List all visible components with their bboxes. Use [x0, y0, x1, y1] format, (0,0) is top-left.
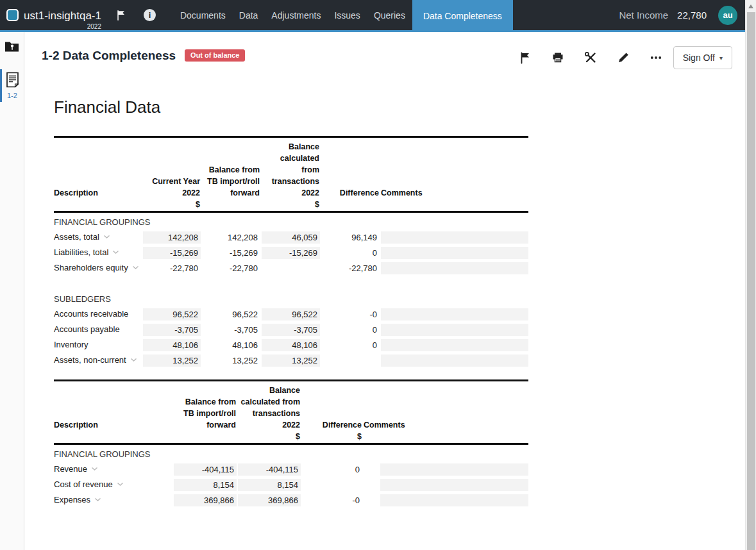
- sign-off-button[interactable]: Sign Off ▾: [673, 46, 732, 69]
- chevron-down-icon[interactable]: [103, 230, 110, 242]
- value-cell: -404,115: [174, 463, 237, 476]
- pinned-folder-icon[interactable]: [4, 41, 24, 55]
- net-income-label[interactable]: Net Income: [619, 10, 668, 21]
- value-cell: -404,115: [238, 463, 301, 476]
- comment-field[interactable]: [381, 339, 528, 351]
- scrollbar-up-arrow[interactable]: [748, 4, 753, 8]
- nav-item-adjustments[interactable]: Adjustments: [265, 0, 327, 30]
- comment-field[interactable]: [381, 324, 528, 336]
- value-cell: 8,154: [238, 479, 301, 491]
- value-cell: [321, 354, 380, 367]
- net-income-value[interactable]: 22,780: [677, 10, 707, 21]
- main-nav: DocumentsDataAdjustmentsIssuesQueriesDat…: [174, 0, 514, 30]
- print-icon[interactable]: [551, 51, 564, 64]
- comment-field[interactable]: [380, 494, 528, 506]
- sidebar-doc-label: 1-2: [6, 92, 24, 99]
- table-row: Revenue-404,115-404,1150: [54, 462, 528, 477]
- value-cell: 369,866: [174, 494, 237, 506]
- document-icon: [6, 72, 19, 88]
- document-sidebar: 1-2: [0, 32, 24, 550]
- page-title: 1-2 Data Completeness: [42, 49, 176, 63]
- more-options-icon[interactable]: [650, 51, 662, 64]
- income-statement-completeness-table: Description Balance fromTB import/rollfo…: [54, 379, 528, 508]
- user-avatar[interactable]: au: [718, 6, 737, 25]
- nav-item-queries[interactable]: Queries: [367, 0, 412, 30]
- value-cell: 48,106: [262, 339, 320, 351]
- value-cell: 142,208: [202, 231, 260, 244]
- value-cell: 0: [321, 339, 380, 351]
- section-label: SUBLEDGERS: [54, 290, 528, 306]
- balance-completeness-table: Description Current Year2022$Balance fro…: [54, 136, 528, 368]
- tools-icon[interactable]: [584, 51, 597, 64]
- table-row: Accounts payable-3,705-3,705-3,7050: [54, 322, 528, 337]
- value-cell: -22,780: [321, 262, 380, 274]
- table-row: Assets, non-current13,25213,25213,252: [54, 353, 528, 368]
- value-cell: 96,522: [202, 308, 260, 321]
- value-cell: 369,866: [238, 494, 301, 506]
- comment-field[interactable]: [381, 247, 528, 259]
- nav-item-data[interactable]: Data: [233, 0, 265, 30]
- comment-field[interactable]: [381, 231, 528, 244]
- flag-icon[interactable]: [115, 9, 127, 21]
- value-cell: -15,269: [202, 247, 260, 259]
- value-cell: -15,269: [262, 247, 320, 259]
- section-row: FINANCIAL GROUPINGS: [54, 444, 528, 462]
- edit-pencil-icon[interactable]: [617, 51, 630, 64]
- column-header-description: Description: [54, 137, 143, 212]
- chevron-down-icon[interactable]: [117, 478, 124, 490]
- chevron-down-icon[interactable]: [132, 261, 139, 273]
- value-cell: -3,705: [262, 324, 320, 336]
- document-heading: Financial Data: [54, 97, 745, 117]
- table-row: Assets, total142,208142,20846,05996,149: [54, 229, 528, 245]
- value-cell: 13,252: [262, 354, 320, 367]
- value-cell: 0: [302, 463, 362, 476]
- chevron-down-icon[interactable]: [94, 493, 101, 505]
- page-header: 1-2 Data Completeness Out of balance Sig…: [25, 32, 745, 69]
- app-brand[interactable]: ust1-insightqa-1 2022: [0, 0, 101, 30]
- value-cell: 48,106: [143, 339, 201, 351]
- comment-field[interactable]: [380, 463, 528, 476]
- value-cell: -22,780: [202, 262, 260, 274]
- chevron-down-icon[interactable]: [130, 353, 137, 365]
- value-cell: 96,522: [143, 308, 201, 321]
- table-row: Inventory48,10648,10648,1060: [54, 337, 528, 353]
- column-header-balance-calculated-from-transactions: Balancecalculated fromtransactions2022$: [238, 381, 302, 444]
- nav-item-documents[interactable]: Documents: [174, 0, 232, 30]
- value-cell: 46,059: [262, 231, 320, 244]
- nav-item-issues[interactable]: Issues: [328, 0, 366, 30]
- engagement-name[interactable]: ust1-insightqa-1: [24, 10, 101, 22]
- row-label: Accounts receivable: [54, 306, 143, 322]
- comment-field[interactable]: [381, 308, 528, 321]
- header-toolbar: Sign Off ▾: [519, 46, 732, 69]
- row-label: Assets, total: [54, 229, 143, 245]
- column-header-balance-calculated-from-transactions: Balancecalculatedfromtransactions2022$: [262, 137, 321, 212]
- nav-item-data-completeness[interactable]: Data Completeness: [412, 0, 513, 32]
- row-label: Liabilities, total: [54, 245, 143, 260]
- column-header-description: Description: [54, 381, 174, 444]
- comment-field[interactable]: [380, 479, 528, 491]
- sidebar-item-document-1-2[interactable]: 1-2: [0, 69, 24, 102]
- app-logo[interactable]: [6, 9, 19, 21]
- value-cell: 0: [321, 324, 380, 336]
- section-row: SUBLEDGERS: [54, 290, 528, 306]
- value-cell: 142,208: [143, 231, 201, 244]
- table-row: Liabilities, total-15,269-15,269-15,2690: [54, 245, 528, 260]
- section-label: FINANCIAL GROUPINGS: [54, 444, 528, 462]
- value-cell: 8,154: [174, 479, 237, 491]
- info-icon[interactable]: i: [144, 9, 156, 21]
- flag-icon[interactable]: [519, 51, 532, 64]
- value-cell: 48,106: [202, 339, 260, 351]
- scrollbar-thumb[interactable]: [747, 12, 755, 550]
- table-row: Shareholders equity-22,780-22,780-22,780: [54, 260, 528, 276]
- column-header-comments: Comments: [364, 381, 528, 444]
- chevron-down-icon[interactable]: [91, 462, 98, 474]
- top-navigation-bar: ust1-insightqa-1 2022 i DocumentsDataAdj…: [0, 0, 745, 32]
- comment-field[interactable]: [381, 262, 528, 274]
- vertical-scrollbar[interactable]: [745, 0, 756, 550]
- chevron-down-icon[interactable]: [112, 246, 119, 258]
- section-row: FINANCIAL GROUPINGS: [54, 212, 528, 230]
- comment-field[interactable]: [381, 354, 528, 367]
- value-cell: -22,780: [143, 262, 201, 274]
- row-label: Accounts payable: [54, 322, 143, 337]
- table-row: Cost of revenue8,1548,154: [54, 477, 528, 492]
